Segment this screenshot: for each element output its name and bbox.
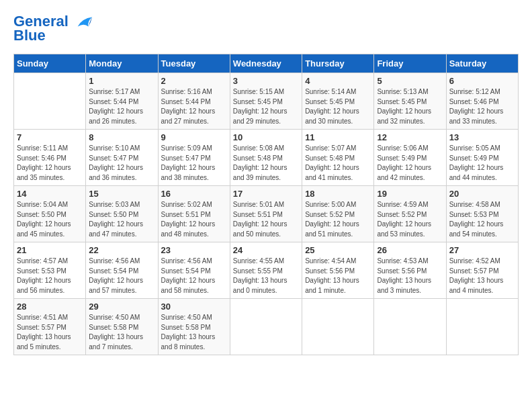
- day-number: 4: [305, 76, 371, 86]
- day-info: Sunrise: 5:17 AM Sunset: 5:44 PM Dayligh…: [89, 87, 154, 126]
- day-cell: 12Sunrise: 5:06 AM Sunset: 5:49 PM Dayli…: [374, 130, 446, 186]
- day-cell: 6Sunrise: 5:12 AM Sunset: 5:46 PM Daylig…: [446, 73, 518, 130]
- logo: General Blue: [13, 13, 93, 44]
- day-number: 2: [161, 76, 227, 86]
- calendar-table: SundayMondayTuesdayWednesdayThursdayFrid…: [13, 54, 519, 355]
- day-cell: 14Sunrise: 5:04 AM Sunset: 5:50 PM Dayli…: [14, 186, 86, 242]
- day-number: 21: [17, 245, 83, 255]
- day-info: Sunrise: 4:56 AM Sunset: 5:54 PM Dayligh…: [161, 257, 227, 295]
- day-cell: 18Sunrise: 5:00 AM Sunset: 5:52 PM Dayli…: [302, 186, 374, 242]
- day-number: 8: [89, 132, 154, 142]
- day-number: 13: [449, 132, 515, 142]
- day-info: Sunrise: 5:05 AM Sunset: 5:49 PM Dayligh…: [449, 144, 515, 183]
- header-cell-friday: Friday: [374, 54, 446, 73]
- day-number: 16: [161, 189, 227, 199]
- header-row: SundayMondayTuesdayWednesdayThursdayFrid…: [14, 54, 519, 73]
- day-info: Sunrise: 5:02 AM Sunset: 5:51 PM Dayligh…: [161, 200, 227, 239]
- header-cell-wednesday: Wednesday: [230, 54, 302, 73]
- week-row-1: 1Sunrise: 5:17 AM Sunset: 5:44 PM Daylig…: [14, 73, 519, 130]
- day-number: 15: [89, 189, 154, 199]
- day-cell: [14, 73, 86, 130]
- day-number: 7: [17, 132, 83, 142]
- week-row-4: 21Sunrise: 4:57 AM Sunset: 5:53 PM Dayli…: [14, 242, 519, 299]
- day-info: Sunrise: 4:59 AM Sunset: 5:52 PM Dayligh…: [377, 200, 443, 239]
- day-number: 30: [161, 302, 227, 312]
- day-cell: [446, 299, 518, 355]
- day-number: 5: [377, 76, 443, 86]
- day-number: 12: [377, 132, 443, 142]
- day-cell: 7Sunrise: 5:11 AM Sunset: 5:46 PM Daylig…: [14, 130, 86, 186]
- day-info: Sunrise: 5:09 AM Sunset: 5:47 PM Dayligh…: [161, 144, 227, 183]
- day-cell: 24Sunrise: 4:55 AM Sunset: 5:55 PM Dayli…: [230, 242, 302, 299]
- day-cell: 11Sunrise: 5:07 AM Sunset: 5:48 PM Dayli…: [302, 130, 374, 186]
- day-cell: 17Sunrise: 5:01 AM Sunset: 5:51 PM Dayli…: [230, 186, 302, 242]
- day-info: Sunrise: 4:50 AM Sunset: 5:58 PM Dayligh…: [161, 313, 227, 352]
- day-number: 19: [377, 189, 443, 199]
- day-cell: 13Sunrise: 5:05 AM Sunset: 5:49 PM Dayli…: [446, 130, 518, 186]
- day-cell: 16Sunrise: 5:02 AM Sunset: 5:51 PM Dayli…: [158, 186, 230, 242]
- day-cell: 30Sunrise: 4:50 AM Sunset: 5:58 PM Dayli…: [158, 299, 230, 355]
- day-cell: 29Sunrise: 4:50 AM Sunset: 5:58 PM Dayli…: [86, 299, 158, 355]
- day-cell: 25Sunrise: 4:54 AM Sunset: 5:56 PM Dayli…: [302, 242, 374, 299]
- day-info: Sunrise: 5:16 AM Sunset: 5:44 PM Dayligh…: [161, 87, 227, 126]
- day-info: Sunrise: 5:03 AM Sunset: 5:50 PM Dayligh…: [89, 200, 154, 239]
- day-number: 23: [161, 245, 227, 255]
- day-info: Sunrise: 5:01 AM Sunset: 5:51 PM Dayligh…: [233, 200, 299, 239]
- day-cell: 19Sunrise: 4:59 AM Sunset: 5:52 PM Dayli…: [374, 186, 446, 242]
- day-number: 26: [377, 245, 443, 255]
- day-info: Sunrise: 5:00 AM Sunset: 5:52 PM Dayligh…: [305, 200, 371, 239]
- day-number: 18: [305, 189, 371, 199]
- day-cell: 22Sunrise: 4:56 AM Sunset: 5:54 PM Dayli…: [86, 242, 158, 299]
- day-info: Sunrise: 4:51 AM Sunset: 5:57 PM Dayligh…: [17, 313, 83, 352]
- day-cell: 9Sunrise: 5:09 AM Sunset: 5:47 PM Daylig…: [158, 130, 230, 186]
- day-number: 20: [449, 189, 515, 199]
- day-info: Sunrise: 5:15 AM Sunset: 5:45 PM Dayligh…: [233, 87, 299, 126]
- day-number: 22: [89, 245, 154, 255]
- day-cell: 20Sunrise: 4:58 AM Sunset: 5:53 PM Dayli…: [446, 186, 518, 242]
- day-cell: 5Sunrise: 5:13 AM Sunset: 5:45 PM Daylig…: [374, 73, 446, 130]
- day-cell: 15Sunrise: 5:03 AM Sunset: 5:50 PM Dayli…: [86, 186, 158, 242]
- day-info: Sunrise: 5:11 AM Sunset: 5:46 PM Dayligh…: [17, 144, 83, 183]
- day-info: Sunrise: 4:53 AM Sunset: 5:56 PM Dayligh…: [377, 257, 443, 295]
- day-number: 1: [89, 76, 154, 86]
- day-info: Sunrise: 5:04 AM Sunset: 5:50 PM Dayligh…: [17, 200, 83, 239]
- header-cell-thursday: Thursday: [302, 54, 374, 73]
- day-cell: 28Sunrise: 4:51 AM Sunset: 5:57 PM Dayli…: [14, 299, 86, 355]
- day-cell: 26Sunrise: 4:53 AM Sunset: 5:56 PM Dayli…: [374, 242, 446, 299]
- day-number: 28: [17, 302, 83, 312]
- day-info: Sunrise: 4:56 AM Sunset: 5:54 PM Dayligh…: [89, 257, 154, 295]
- day-info: Sunrise: 4:55 AM Sunset: 5:55 PM Dayligh…: [233, 257, 299, 295]
- day-number: 10: [233, 132, 299, 142]
- day-cell: 27Sunrise: 4:52 AM Sunset: 5:57 PM Dayli…: [446, 242, 518, 299]
- header-cell-monday: Monday: [86, 54, 158, 73]
- week-row-3: 14Sunrise: 5:04 AM Sunset: 5:50 PM Dayli…: [14, 186, 519, 242]
- day-info: Sunrise: 4:52 AM Sunset: 5:57 PM Dayligh…: [449, 257, 515, 295]
- day-cell: 2Sunrise: 5:16 AM Sunset: 5:44 PM Daylig…: [158, 73, 230, 130]
- header-cell-sunday: Sunday: [14, 54, 86, 73]
- day-info: Sunrise: 4:54 AM Sunset: 5:56 PM Dayligh…: [305, 257, 371, 295]
- logo-bird-icon: [75, 15, 93, 30]
- day-number: 9: [161, 132, 227, 142]
- day-number: 29: [89, 302, 154, 312]
- day-number: 27: [449, 245, 515, 255]
- day-info: Sunrise: 5:07 AM Sunset: 5:48 PM Dayligh…: [305, 144, 371, 183]
- day-number: 6: [449, 76, 515, 86]
- day-number: 14: [17, 189, 83, 199]
- day-cell: 4Sunrise: 5:14 AM Sunset: 5:45 PM Daylig…: [302, 73, 374, 130]
- day-info: Sunrise: 5:13 AM Sunset: 5:45 PM Dayligh…: [377, 87, 443, 126]
- day-info: Sunrise: 5:06 AM Sunset: 5:49 PM Dayligh…: [377, 144, 443, 183]
- day-info: Sunrise: 5:12 AM Sunset: 5:46 PM Dayligh…: [449, 87, 515, 126]
- day-cell: 21Sunrise: 4:57 AM Sunset: 5:53 PM Dayli…: [14, 242, 86, 299]
- day-number: 24: [233, 245, 299, 255]
- day-number: 3: [233, 76, 299, 86]
- day-cell: [374, 299, 446, 355]
- day-cell: 3Sunrise: 5:15 AM Sunset: 5:45 PM Daylig…: [230, 73, 302, 130]
- day-info: Sunrise: 4:58 AM Sunset: 5:53 PM Dayligh…: [449, 200, 515, 239]
- day-cell: 1Sunrise: 5:17 AM Sunset: 5:44 PM Daylig…: [86, 73, 158, 130]
- day-info: Sunrise: 5:10 AM Sunset: 5:47 PM Dayligh…: [89, 144, 154, 183]
- day-number: 17: [233, 189, 299, 199]
- day-cell: [230, 299, 302, 355]
- header-cell-saturday: Saturday: [446, 54, 518, 73]
- week-row-2: 7Sunrise: 5:11 AM Sunset: 5:46 PM Daylig…: [14, 130, 519, 186]
- week-row-5: 28Sunrise: 4:51 AM Sunset: 5:57 PM Dayli…: [14, 299, 519, 355]
